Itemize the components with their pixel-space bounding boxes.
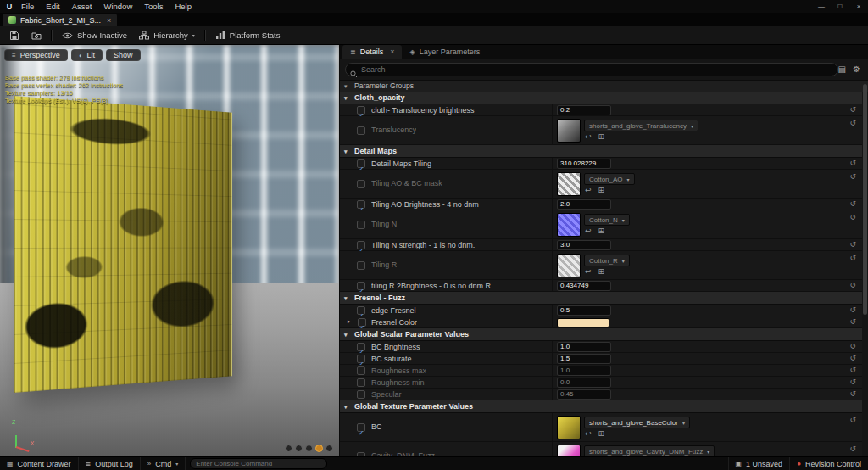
perspective-dropdown[interactable]: ≡ Perspective <box>4 49 68 61</box>
asset-tab[interactable]: Fabric_Short_2_MI_S... × <box>3 14 117 26</box>
use-selected-icon[interactable]: ↩ <box>585 267 592 277</box>
minimize-button[interactable]: — <box>812 0 831 13</box>
content-drawer-button[interactable]: ▦ Content Drawer <box>0 457 79 470</box>
group-header-cloth-opacity[interactable]: ▾ Cloth_opacity <box>340 92 862 104</box>
expand-triangle-icon[interactable]: ▸ <box>348 318 351 325</box>
reset-icon[interactable]: ↺ <box>849 366 856 374</box>
menu-window[interactable]: Window <box>97 0 138 13</box>
param-checkbox[interactable]: ✓ <box>357 221 365 229</box>
parameter-groups-header[interactable]: ▾ Parameter Groups <box>340 81 868 92</box>
tab-close-icon[interactable]: × <box>107 16 111 25</box>
param-checkbox[interactable]: ✓ <box>357 241 365 249</box>
hierarchy-button[interactable]: Hierarchy ▾ <box>134 28 200 43</box>
console-command-input[interactable] <box>190 458 327 469</box>
param-checkbox[interactable]: ✓ <box>357 180 365 188</box>
group-header-fresnel-fuzz[interactable]: ▾ Fresnel - Fuzz <box>340 292 862 305</box>
texture-thumbnail[interactable] <box>557 213 581 237</box>
output-log-button[interactable]: ≣ Output Log <box>79 457 141 470</box>
unsaved-button[interactable]: ▣ 1 Unsaved <box>728 457 790 470</box>
param-checkbox[interactable]: ✓ <box>358 318 366 327</box>
browse-icon[interactable]: ⊞ <box>598 429 605 439</box>
view-options-icon[interactable]: ▤ <box>838 64 846 74</box>
reset-icon[interactable]: ↺ <box>849 416 856 424</box>
menu-tools[interactable]: Tools <box>138 0 169 13</box>
param-checkbox[interactable]: ✓ <box>357 200 365 209</box>
param-checkbox[interactable]: ✓ <box>357 378 365 387</box>
preview-shape-cylinder-button[interactable] <box>285 445 292 452</box>
param-value-input[interactable]: 1.5 <box>557 354 611 364</box>
browse-icon[interactable]: ⊞ <box>598 267 605 277</box>
param-checkbox[interactable]: ✓ <box>357 126 365 135</box>
search-input[interactable] <box>345 63 838 76</box>
tab-details[interactable]: ≣ Details × <box>342 45 402 59</box>
texture-thumbnail[interactable] <box>557 254 581 277</box>
param-checkbox[interactable]: ✓ <box>357 366 365 375</box>
param-value-input[interactable]: 1.0 <box>557 366 611 376</box>
reset-icon[interactable]: ↺ <box>849 354 856 362</box>
reset-icon[interactable]: ↺ <box>849 159 856 167</box>
reset-icon[interactable]: ↺ <box>849 254 856 262</box>
param-checkbox[interactable]: ✓ <box>357 159 365 168</box>
reset-icon[interactable]: ↺ <box>849 342 856 350</box>
texture-thumbnail[interactable] <box>557 172 581 196</box>
scrollbar-thumb[interactable] <box>863 84 867 315</box>
texture-thumbnail[interactable] <box>557 445 581 456</box>
param-checkbox[interactable]: ✓ <box>357 355 365 363</box>
reset-icon[interactable]: ↺ <box>849 119 856 127</box>
reset-icon[interactable]: ↺ <box>849 213 856 221</box>
maximize-button[interactable]: □ <box>831 0 849 13</box>
view-mode-dropdown[interactable]: ◐ Lit <box>71 49 103 61</box>
color-swatch[interactable] <box>557 318 609 327</box>
revision-control-button[interactable]: ● Revision Control <box>789 457 868 470</box>
reset-icon[interactable]: ↺ <box>849 240 856 249</box>
param-checkbox[interactable]: ✓ <box>357 282 365 290</box>
details-tab-close-icon[interactable]: × <box>390 48 394 56</box>
use-selected-icon[interactable]: ↩ <box>585 429 592 439</box>
material-preview-viewport[interactable]: ≡ Perspective ◐ Lit Show Base pass shade… <box>0 45 339 456</box>
param-checkbox[interactable]: ✓ <box>357 390 365 399</box>
browse-icon[interactable]: ⊞ <box>598 227 605 236</box>
browse-icon[interactable]: ⊞ <box>598 132 605 142</box>
browse-icon[interactable]: ⊞ <box>598 186 605 195</box>
detail-settings-icon[interactable]: ⚙ <box>853 64 860 74</box>
param-checkbox[interactable]: ✓ <box>357 306 365 315</box>
param-value-input[interactable]: 0.434749 <box>557 281 611 291</box>
group-header-global-texture[interactable]: ▾ Global Texture Parameter Values <box>340 400 862 413</box>
asset-dropdown[interactable]: Cotton_AO ▾ <box>584 173 635 185</box>
texture-thumbnail[interactable] <box>557 119 581 143</box>
close-window-button[interactable]: × <box>849 0 868 13</box>
show-dropdown[interactable]: Show <box>106 49 141 61</box>
group-header-detail-maps[interactable]: ▾ Detail Maps <box>340 145 862 158</box>
reset-icon[interactable]: ↺ <box>849 378 856 386</box>
reset-icon[interactable]: ↺ <box>849 199 856 208</box>
param-value-input[interactable]: 0.2 <box>557 105 611 115</box>
preview-shape-sphere-button[interactable] <box>295 445 303 452</box>
reset-icon[interactable]: ↺ <box>849 317 856 326</box>
asset-dropdown[interactable]: shorts_and_glove_BaseColor ▾ <box>584 417 690 428</box>
menu-asset[interactable]: Asset <box>66 0 98 13</box>
menu-edit[interactable]: Edit <box>40 0 65 13</box>
reset-icon[interactable]: ↺ <box>849 105 856 114</box>
param-value-input[interactable]: 2.0 <box>557 199 611 210</box>
param-value-input[interactable]: 0.45 <box>557 389 611 400</box>
menu-help[interactable]: Help <box>169 0 198 13</box>
asset-dropdown[interactable]: Cotton_R ▾ <box>584 255 630 266</box>
reset-icon[interactable]: ↺ <box>849 305 856 314</box>
param-value-input[interactable]: 0.5 <box>557 305 611 316</box>
save-button[interactable] <box>4 28 25 43</box>
reset-icon[interactable]: ↺ <box>849 281 856 289</box>
tab-layer-parameters[interactable]: ◈ Layer Parameters <box>402 45 487 59</box>
show-inactive-button[interactable]: Show Inactive <box>57 28 132 43</box>
preview-shape-plane-button[interactable] <box>305 445 313 452</box>
param-checkbox[interactable]: ✓ <box>357 261 365 270</box>
asset-dropdown[interactable]: Cotton_N ▾ <box>584 214 630 226</box>
param-checkbox[interactable]: ✓ <box>357 106 365 115</box>
param-value-input[interactable]: 3.0 <box>557 240 611 250</box>
reset-icon[interactable]: ↺ <box>849 389 856 398</box>
param-value-input[interactable]: 0.0 <box>557 378 611 388</box>
use-selected-icon[interactable]: ↩ <box>585 227 592 236</box>
details-scrollbar[interactable] <box>863 82 867 455</box>
param-value-input[interactable]: 1.0 <box>557 342 611 352</box>
asset-dropdown[interactable]: shorts_and_glove_Cavity_DNM_Fuzz ▾ <box>584 445 715 456</box>
preview-shape-cube-button[interactable] <box>315 445 323 452</box>
